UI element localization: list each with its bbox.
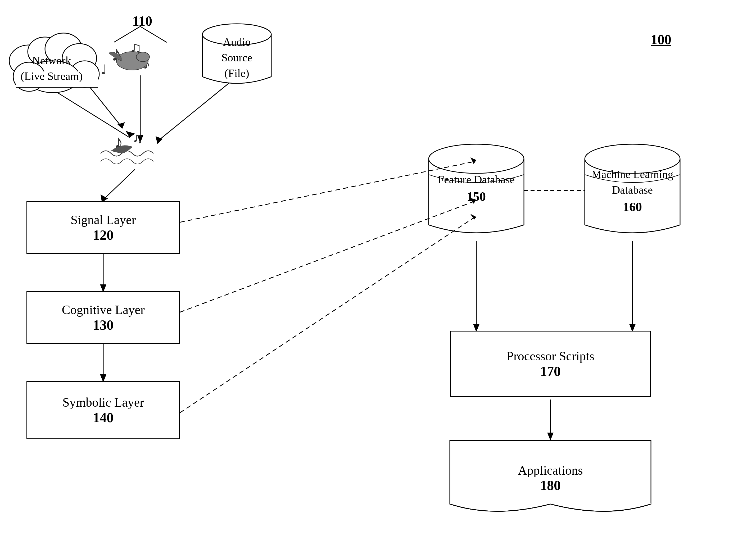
svg-marker-24 bbox=[117, 122, 125, 129]
svg-line-51 bbox=[180, 201, 475, 312]
ml-database-label: Machine Learning Database 160 bbox=[582, 167, 683, 215]
cognitive-layer-number: 130 bbox=[93, 317, 113, 333]
svg-text:♫: ♫ bbox=[130, 39, 142, 56]
svg-line-2 bbox=[49, 87, 130, 138]
svg-point-29 bbox=[116, 52, 148, 70]
svg-text:♪: ♪ bbox=[143, 56, 150, 72]
audio-source-label: Audio Source (File) bbox=[210, 34, 263, 81]
signal-layer-title: Signal Layer bbox=[71, 212, 136, 227]
reference-110: 110 bbox=[132, 13, 152, 29]
svg-line-8 bbox=[103, 169, 135, 200]
svg-text:♩: ♩ bbox=[100, 62, 107, 77]
feature-database-label: Feature Database 150 bbox=[429, 172, 524, 205]
symbolic-layer-box: Symbolic Layer 140 bbox=[27, 381, 180, 439]
cognitive-layer-box: Cognitive Layer 130 bbox=[27, 291, 180, 344]
reference-100: 100 bbox=[651, 32, 671, 47]
svg-marker-50 bbox=[471, 157, 476, 164]
processor-scripts-box: Processor Scripts 170 bbox=[450, 331, 651, 397]
svg-text:♫: ♫ bbox=[132, 130, 143, 146]
svg-marker-54 bbox=[470, 214, 476, 219]
network-label: Network (Live Stream) bbox=[13, 53, 90, 84]
svg-line-6 bbox=[159, 77, 237, 140]
svg-text:♪: ♪ bbox=[111, 42, 122, 66]
svg-text:♪: ♪ bbox=[114, 132, 123, 152]
symbolic-layer-title: Symbolic Layer bbox=[63, 395, 144, 410]
processor-scripts-title: Processor Scripts bbox=[507, 348, 594, 364]
symbolic-layer-number: 140 bbox=[93, 410, 113, 425]
svg-marker-5 bbox=[137, 135, 143, 143]
svg-marker-7 bbox=[156, 136, 163, 144]
svg-point-36 bbox=[429, 144, 524, 173]
cognitive-layer-title: Cognitive Layer bbox=[62, 302, 144, 318]
svg-line-0 bbox=[114, 27, 140, 42]
svg-line-53 bbox=[180, 217, 475, 413]
signal-layer-number: 120 bbox=[93, 227, 113, 243]
svg-line-23 bbox=[90, 87, 122, 127]
signal-layer-box: Signal Layer 120 bbox=[27, 201, 180, 254]
svg-point-30 bbox=[136, 52, 150, 62]
svg-marker-3 bbox=[126, 131, 135, 138]
applications-label: Applications 180 bbox=[450, 453, 651, 493]
svg-line-1 bbox=[140, 27, 167, 42]
svg-marker-48 bbox=[547, 433, 553, 441]
processor-scripts-number: 170 bbox=[540, 363, 561, 379]
diagram-container: ♪ ♫ ♩ ♪ ♪ ♫ bbox=[0, 0, 756, 540]
